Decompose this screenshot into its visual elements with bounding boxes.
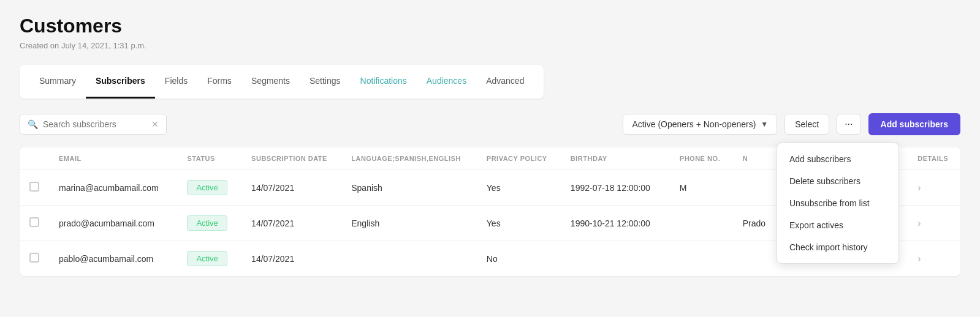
- page-wrapper: Customers Created on July 14, 2021, 1:31…: [0, 0, 980, 317]
- col-header-language: LANGUAGE;SPANISH,ENGLISH: [341, 147, 477, 170]
- more-options-button[interactable]: ···: [837, 114, 860, 135]
- page-title: Customers: [20, 15, 960, 37]
- cell-date-1: 14/07/2021: [241, 206, 341, 241]
- dropdown-unsubscribe-from-list[interactable]: Unsubscribe from list: [777, 192, 898, 214]
- dropdown-menu: Add subscribers Delete subscribers Unsub…: [777, 143, 899, 264]
- tab-subscribers[interactable]: Subscribers: [86, 65, 155, 99]
- status-badge-2: Active: [187, 251, 227, 266]
- cell-details-0[interactable]: ›: [908, 170, 960, 206]
- filter-dropdown[interactable]: Active (Openers + Non-openers) ▼: [623, 114, 777, 135]
- cell-status-1: Active: [177, 206, 241, 241]
- dropdown-export-actives[interactable]: Export actives: [777, 214, 898, 236]
- cell-language-1: English: [341, 206, 477, 241]
- col-header-birthday: BIRTHDAY: [561, 147, 670, 170]
- search-input[interactable]: [43, 119, 146, 129]
- dropdown-delete-subscribers[interactable]: Delete subscribers: [777, 170, 898, 192]
- row-checkbox-cell: [20, 170, 49, 206]
- row-checkbox-cell: [20, 241, 49, 277]
- dropdown-check-import-history[interactable]: Check import history: [777, 236, 898, 258]
- select-button[interactable]: Select: [784, 114, 829, 135]
- status-badge-0: Active: [187, 180, 227, 195]
- cell-email-1: prado@acumbamail.com: [49, 206, 177, 241]
- add-subscribers-button[interactable]: Add subscribers: [868, 113, 960, 135]
- detail-arrow-icon-2[interactable]: ›: [917, 253, 921, 264]
- cell-language-2: [341, 241, 477, 277]
- cell-date-0: 14/07/2021: [241, 170, 341, 206]
- tab-advanced[interactable]: Advanced: [476, 65, 534, 99]
- detail-arrow-icon-1[interactable]: ›: [917, 218, 921, 228]
- col-header-phone: PHONE NO.: [670, 147, 733, 170]
- clear-icon[interactable]: ✕: [151, 119, 159, 129]
- cell-privacy-0: Yes: [477, 170, 561, 206]
- cell-birthday-1: 1990-10-21 12:00:00: [561, 206, 670, 241]
- cell-language-0: Spanish: [341, 170, 477, 206]
- page-subtitle: Created on July 14, 2021, 1:31 p.m.: [20, 41, 960, 50]
- cell-details-2[interactable]: ›: [908, 241, 960, 277]
- tab-summary[interactable]: Summary: [29, 65, 86, 99]
- tab-segments[interactable]: Segments: [241, 65, 300, 99]
- row-checkbox-1[interactable]: [29, 217, 39, 227]
- cell-date-2: 14/07/2021: [241, 241, 341, 277]
- cell-details-1[interactable]: ›: [908, 206, 960, 241]
- cell-phone-1: [670, 206, 733, 241]
- chevron-down-icon: ▼: [761, 120, 768, 129]
- cell-birthday-0: 1992-07-18 12:00:00: [561, 170, 670, 206]
- cell-status-0: Active: [177, 170, 241, 206]
- tab-audiences[interactable]: Audiences: [417, 65, 476, 99]
- col-header-privacy: PRIVACY POLICY: [477, 147, 561, 170]
- col-header-date: SUBSCRIPTION DATE: [241, 147, 341, 170]
- header-checkbox-cell: [20, 147, 49, 170]
- cell-phone-2: [670, 241, 733, 277]
- search-box: 🔍 ✕: [20, 114, 167, 135]
- cell-phone-0: M: [670, 170, 733, 206]
- detail-arrow-icon-0[interactable]: ›: [917, 182, 921, 193]
- row-checkbox-2[interactable]: [29, 253, 39, 263]
- row-checkbox-cell: [20, 206, 49, 241]
- cell-email-0: marina@acumbamail.com: [49, 170, 177, 206]
- tab-fields[interactable]: Fields: [155, 65, 197, 99]
- tab-settings[interactable]: Settings: [300, 65, 351, 99]
- cell-privacy-1: Yes: [477, 206, 561, 241]
- col-header-details: DETAILS: [908, 147, 960, 170]
- toolbar: 🔍 ✕ Active (Openers + Non-openers) ▼ Sel…: [20, 113, 960, 135]
- col-header-email: EMAIL: [49, 147, 177, 170]
- tabs-container: Summary Subscribers Fields Forms Segment…: [20, 65, 544, 99]
- cell-birthday-2: [561, 241, 670, 277]
- dropdown-add-subscribers[interactable]: Add subscribers: [777, 148, 898, 170]
- status-badge-1: Active: [187, 215, 227, 231]
- cell-privacy-2: No: [477, 241, 561, 277]
- row-checkbox-0[interactable]: [29, 182, 39, 192]
- cell-status-2: Active: [177, 241, 241, 277]
- cell-email-2: pablo@acumbamail.com: [49, 241, 177, 277]
- tab-notifications[interactable]: Notifications: [351, 65, 417, 99]
- search-icon: 🔍: [28, 119, 38, 129]
- filter-label: Active (Openers + Non-openers): [632, 119, 756, 129]
- tab-forms[interactable]: Forms: [197, 65, 241, 99]
- col-header-status: STATUS: [177, 147, 241, 170]
